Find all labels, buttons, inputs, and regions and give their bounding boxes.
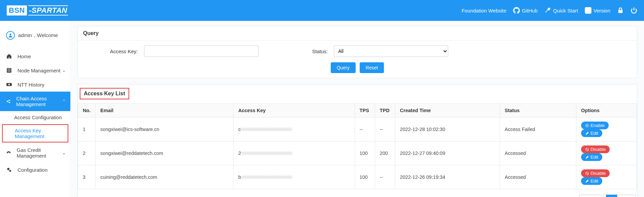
sidebar-item-ntt-history[interactable]: NTT History <box>0 77 70 92</box>
disable-button[interactable]: Disable <box>581 169 610 177</box>
logo: BSN -SPARTAN <box>7 5 68 15</box>
logo-bsn: BSN <box>7 5 27 15</box>
server-icon <box>6 67 12 73</box>
cell-created-time: 2022-12-26 09:19:34 <box>395 165 500 189</box>
edit-button[interactable]: Edit <box>581 177 602 185</box>
cell-created-time: 2022-12-28 10:02:30 <box>395 118 500 141</box>
status-select[interactable]: All <box>334 45 448 57</box>
enable-button[interactable]: Enable <box>581 122 609 129</box>
share-icon <box>6 99 11 104</box>
pager-previous[interactable]: Previous <box>579 195 606 197</box>
query-panel: Query Access Key: Status: All Query <box>77 26 637 78</box>
col-options: Options <box>576 104 637 118</box>
chevron-down-icon: ⌄ <box>62 151 66 155</box>
cell-options: EnableEdit <box>576 118 637 141</box>
svg-point-11 <box>7 168 9 170</box>
home-icon <box>6 53 12 59</box>
reset-button[interactable]: Reset <box>360 62 384 73</box>
version-link[interactable]: V Version <box>585 7 610 14</box>
disable-button[interactable]: Disable <box>581 145 610 153</box>
gauge-icon <box>6 150 11 156</box>
query-title: Query <box>78 26 637 41</box>
table-row: 1songxiwei@ics-software.cnc•••••••••••••… <box>78 118 637 141</box>
cell-tpd: 200 <box>375 141 395 165</box>
cell-status: Access Failed <box>500 118 576 141</box>
svg-rect-3 <box>8 69 11 69</box>
svg-point-9 <box>9 100 10 101</box>
wrench-icon <box>544 7 551 14</box>
col-email: Email <box>96 104 234 118</box>
svg-point-7 <box>8 84 10 86</box>
github-label: GitHub <box>522 8 538 13</box>
pager-next[interactable]: Next <box>617 195 636 197</box>
sidebar-label: Gas Credit Management <box>17 147 64 159</box>
sidebar-item-configuration[interactable]: Configuration <box>0 163 70 177</box>
pill-label: Edit <box>591 131 598 136</box>
pill-label: Edit <box>591 178 598 184</box>
cell-status: Accessed <box>500 141 576 165</box>
quickstart-label: Quick Start <box>553 8 578 13</box>
query-button[interactable]: Query <box>331 62 356 73</box>
sidebar-item-node-management[interactable]: Node Management ⌄ <box>0 63 70 77</box>
power-icon[interactable] <box>631 7 637 14</box>
sidebar-item-chain-access[interactable]: Chain Access Management ⌃ <box>0 92 70 111</box>
gears-icon <box>6 167 12 173</box>
user-block: admin，Welcome <box>0 28 70 49</box>
pill-label: Enable <box>591 123 605 128</box>
github-link[interactable]: GitHub <box>513 7 538 14</box>
pager: Previous 1 Next <box>579 195 636 197</box>
col-tpd: TPD <box>375 104 395 118</box>
logo-spartan: -SPARTAN <box>28 5 68 15</box>
cell-no: 3 <box>78 165 96 189</box>
cell-options: DisableEdit <box>576 141 637 165</box>
chevron-down-icon: ⌄ <box>62 68 66 73</box>
cell-access-key: 2•••••••••••••••••••••••••••••• <box>234 141 355 165</box>
cell-email: cuining@reddatetech.com <box>96 165 234 189</box>
quickstart-link[interactable]: Quick Start <box>544 7 578 14</box>
cell-created-time: 2022-12-27 09:40:09 <box>395 141 500 165</box>
sidebar-label: NTT History <box>17 82 44 88</box>
cell-options: DisableEdit <box>576 165 637 189</box>
svg-rect-5 <box>8 71 11 71</box>
pager-page-1[interactable]: 1 <box>606 195 617 197</box>
sidebar-item-gas-credit[interactable]: Gas Credit Management ⌄ <box>0 143 70 163</box>
pill-label: Disable <box>591 147 606 152</box>
header-links: Foundation Website GitHub Quick Start V … <box>462 7 637 14</box>
sidebar-item-access-configuration[interactable]: Access Configuration <box>0 111 70 124</box>
github-icon <box>513 7 520 14</box>
table-row: 3cuining@reddatetech.comb•••••••••••••••… <box>78 165 637 189</box>
col-created-time: Created Time <box>395 104 500 118</box>
svg-point-12 <box>9 170 11 172</box>
pill-label: Disable <box>591 171 606 176</box>
svg-point-10 <box>9 102 10 103</box>
foundation-link[interactable]: Foundation Website <box>462 8 506 13</box>
cell-email: songxiwei@reddatetech.com <box>96 141 234 165</box>
cell-tps: 100 <box>355 165 375 189</box>
sidebar-item-access-key-management[interactable]: Access Key Management <box>2 124 68 142</box>
svg-text:V: V <box>586 8 590 13</box>
cell-tps: 100 <box>355 141 375 165</box>
list-title: Access Key List <box>80 88 129 99</box>
cell-access-key: c•••••••••••••••••••••••••••••• <box>234 118 355 141</box>
edit-button[interactable]: Edit <box>581 153 602 161</box>
access-key-input[interactable] <box>144 45 258 57</box>
sidebar: admin，Welcome Home Node Management ⌄ NTT… <box>0 21 71 197</box>
col-no: No. <box>78 104 96 118</box>
sidebar-label: Node Management <box>17 68 61 73</box>
list-panel: Access Key List No. Email Access Key TPS… <box>77 84 637 197</box>
user-label: admin，Welcome <box>18 32 58 39</box>
sidebar-label: Configuration <box>17 167 47 173</box>
svg-rect-4 <box>8 70 11 70</box>
sidebar-item-home[interactable]: Home <box>0 49 70 63</box>
chevron-up-icon: ⌃ <box>62 99 66 104</box>
cell-status: Accessed <box>500 165 576 189</box>
cell-no: 2 <box>78 141 96 165</box>
edit-button[interactable]: Edit <box>581 129 602 137</box>
status-label: Status: <box>312 48 328 54</box>
main-content: Query Access Key: Status: All Query <box>71 21 644 197</box>
avatar-icon <box>6 31 15 40</box>
money-icon <box>6 81 12 88</box>
cell-email: songxiwei@ics-software.cn <box>96 118 234 141</box>
sidebar-label: Chain Access Management <box>16 96 64 107</box>
lock-icon[interactable] <box>617 7 624 14</box>
